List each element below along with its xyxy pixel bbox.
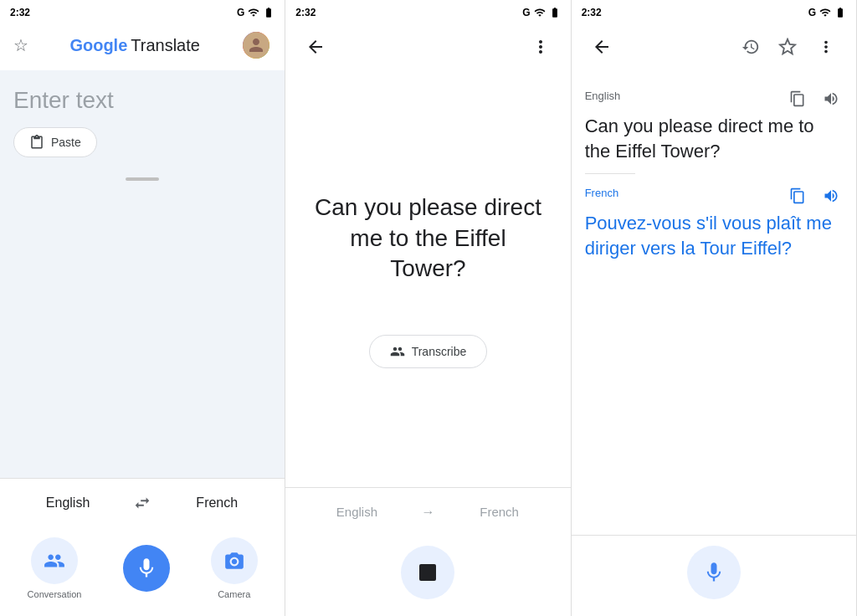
conversation-label: Conversation (28, 589, 82, 599)
status-bar-3: 2:32 G (572, 0, 856, 23)
back-button-2[interactable] (299, 30, 332, 64)
camera-label: Camera (218, 589, 250, 599)
wifi-icon-3 (819, 7, 831, 18)
battery-icon-1 (263, 7, 275, 18)
panel3-header-icons (736, 30, 843, 64)
conversation-icon (44, 550, 65, 572)
stop-button[interactable] (401, 546, 454, 599)
transcribe-label: Transcribe (412, 345, 467, 358)
time-1: 2:32 (10, 7, 30, 18)
bookmark-icon (778, 38, 797, 56)
status-bar-1: 2:32 G (0, 0, 285, 23)
target-actions (786, 184, 843, 208)
back-icon-3 (592, 37, 612, 57)
panel-1: 2:32 G ☆ Google Translate Enter text Pas… (0, 0, 285, 616)
copy-target-button[interactable] (786, 184, 809, 208)
bookmark-button[interactable] (772, 32, 803, 62)
speak-target-icon (823, 187, 839, 204)
source-section-header: English (585, 87, 843, 110)
translate-label: Translate (131, 36, 200, 55)
more-icon-2 (531, 37, 551, 57)
stop-icon (419, 564, 436, 581)
copy-target-icon (789, 187, 806, 204)
panel3-content: English Can you please direct me to the … (572, 74, 856, 535)
more-icon-3 (817, 38, 835, 56)
speak-source-button[interactable] (819, 87, 843, 110)
speak-source-icon (823, 90, 839, 107)
paste-icon (29, 135, 44, 150)
target-lang-label: French (585, 187, 618, 199)
panel2-content: Can you please direct me to the Eiffel T… (285, 74, 570, 487)
time-3: 2:32 (582, 7, 602, 18)
panel-2: 2:32 G Can you please direct me to the E… (285, 0, 571, 616)
panel1-input-area[interactable]: Enter text Paste (0, 70, 285, 478)
conversation-button[interactable]: Conversation (28, 537, 82, 599)
handle-bar (126, 177, 159, 181)
star-icon[interactable]: ☆ (13, 35, 28, 55)
panel3-header (572, 23, 856, 74)
panel1-actions: Conversation Camera (0, 527, 285, 616)
panel1-header: ☆ Google Translate (0, 23, 285, 70)
enter-text-label: Enter text (13, 87, 271, 114)
time-2: 2:32 (295, 7, 316, 18)
google-icon-3: G (808, 7, 816, 18)
history-button[interactable] (736, 32, 766, 62)
transcribe-button[interactable]: Transcribe (369, 335, 488, 368)
target-text: Pouvez-vous s'il vous plaît me diriger v… (585, 211, 843, 260)
panel2-lang-bar: English → French (285, 487, 570, 536)
target-lang-button[interactable]: French (156, 489, 278, 517)
source-actions (786, 87, 843, 110)
profile-icon (248, 37, 264, 54)
source-text: Can you please direct me to the Eiffel T… (585, 114, 843, 163)
source-lang-button[interactable]: English (7, 489, 129, 517)
battery-icon-2 (549, 7, 561, 18)
target-section-header: French (585, 184, 843, 208)
status-icons-3: G (808, 7, 846, 18)
camera-button[interactable]: Camera (211, 537, 258, 599)
transcribe-icon (390, 344, 405, 359)
panel2-bottom (285, 536, 570, 616)
avatar[interactable] (241, 30, 271, 60)
swap-languages-button[interactable] (129, 490, 156, 516)
mic-button[interactable] (123, 545, 170, 592)
divider (585, 173, 635, 174)
camera-icon-circle (211, 537, 258, 584)
mic-icon-3 (702, 561, 726, 584)
google-icon: G (237, 7, 244, 18)
conversation-icon-circle (31, 537, 78, 584)
paste-label: Paste (51, 136, 81, 149)
panel2-header (285, 23, 570, 74)
camera-icon (223, 550, 245, 572)
status-icons-2: G (522, 7, 560, 18)
panel2-target-lang[interactable]: French (435, 498, 564, 526)
avatar-inner (243, 32, 269, 59)
copy-source-icon (789, 90, 806, 107)
arrow-icon-2: → (422, 505, 435, 520)
panel2-source-lang[interactable]: English (292, 498, 421, 526)
battery-icon-3 (834, 7, 846, 18)
history-icon (742, 38, 760, 56)
signal-icon-1 (248, 7, 259, 18)
status-icons-1: G (237, 7, 275, 18)
paste-button[interactable]: Paste (13, 127, 97, 157)
panel3-bottom (572, 535, 856, 616)
back-button-3[interactable] (585, 30, 618, 64)
panel1-lang-bar: English French (0, 478, 285, 527)
more-button-3[interactable] (809, 30, 843, 64)
source-lang-label: English (585, 90, 621, 102)
mic-icon-circle (123, 545, 170, 592)
panel-3: 2:32 G English (572, 0, 857, 616)
status-bar-2: 2:32 G (285, 0, 570, 23)
panel1-title: Google Translate (69, 36, 200, 55)
back-icon-2 (305, 37, 326, 57)
google-icon-2: G (522, 7, 530, 18)
google-label: Google (69, 36, 127, 55)
mic-button-3[interactable] (687, 546, 741, 599)
drag-handle (13, 171, 271, 184)
panel2-source-text: Can you please direct me to the Eiffel T… (312, 192, 543, 284)
more-button-2[interactable] (524, 30, 557, 64)
copy-source-button[interactable] (786, 87, 809, 110)
speak-target-button[interactable] (819, 184, 843, 208)
mic-icon (135, 557, 158, 580)
wifi-icon-2 (534, 7, 546, 18)
